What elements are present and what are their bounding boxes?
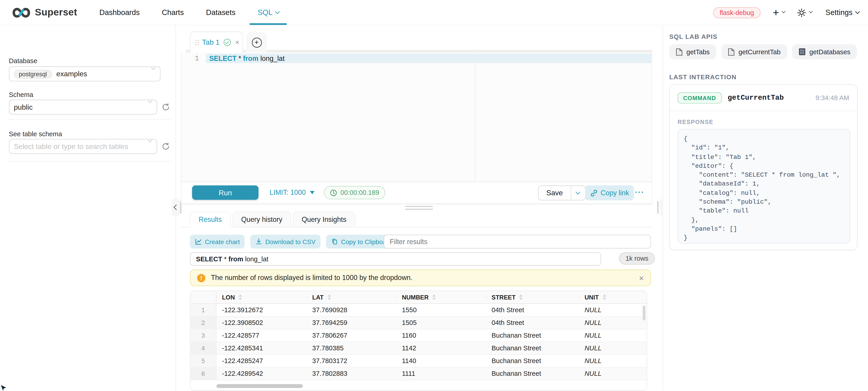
settings-menu[interactable]: Settings — [826, 0, 859, 25]
sort-icon[interactable] — [432, 294, 436, 300]
nav-item-datasets[interactable]: Datasets — [206, 0, 236, 25]
horizontal-scrollbar-thumb[interactable] — [216, 384, 303, 388]
close-alert-icon[interactable]: × — [639, 273, 644, 283]
row-count-badge: 1k rows — [619, 253, 655, 265]
column-header-unit[interactable]: UNIT — [579, 294, 647, 300]
get-current-tab-label: getCurrentTab — [739, 48, 781, 56]
schema-label: Schema — [9, 91, 33, 99]
column-header-lat[interactable]: LAT — [307, 294, 396, 300]
vertical-scrollbar-thumb[interactable] — [643, 305, 645, 321]
refresh-tables-icon[interactable] — [162, 142, 170, 151]
right-panel-drag-handle[interactable] — [657, 201, 659, 214]
row-number-header — [190, 291, 217, 303]
page-icon — [728, 48, 735, 56]
refresh-schema-icon[interactable] — [162, 103, 170, 111]
sort-icon[interactable] — [239, 294, 242, 300]
nav-item-charts[interactable]: Charts — [162, 0, 184, 25]
get-tabs-button[interactable]: getTabs — [669, 44, 716, 59]
alert-text: The number of rows displayed is limited … — [211, 274, 412, 282]
tab-query-history[interactable]: Query history — [232, 211, 291, 228]
interaction-timestamp: 9:34:48 AM — [815, 94, 849, 101]
command-name: getCurrentTab — [727, 94, 784, 102]
database-select[interactable]: postgresql examples — [9, 67, 161, 82]
table-select[interactable]: Select table or type to search tables — [9, 139, 157, 154]
sort-icon[interactable] — [603, 294, 606, 300]
table-row[interactable]: 4 -122.4285341 37.780385 1142 Buchanan S… — [190, 342, 647, 355]
settings-label: Settings — [826, 8, 852, 17]
results-tab-bar: Results Query history Query Insights — [190, 211, 357, 228]
copy-link-label: Copy link — [601, 189, 629, 197]
clock-icon — [330, 189, 337, 196]
close-tab-icon[interactable]: × — [235, 38, 239, 46]
chart-icon — [195, 238, 202, 245]
tab-title: Tab 1 — [202, 38, 220, 46]
table-row[interactable]: 2 -122.3908502 37.7694259 1505 04th Stre… — [190, 317, 647, 329]
plus-icon: + — [773, 6, 779, 19]
superset-logo-icon[interactable] — [12, 6, 30, 19]
table-row[interactable]: 1 -122.3912672 37.7690928 1550 04th Stre… — [190, 304, 647, 317]
copy-icon — [331, 238, 338, 245]
command-badge: COMMAND — [678, 92, 722, 103]
table-row[interactable]: 5 -122.4285247 37.7803172 1140 Buchanan … — [190, 355, 647, 367]
copy-link-button[interactable]: Copy link — [585, 186, 634, 200]
save-button[interactable]: Save — [539, 186, 570, 200]
database-engine-tag: postgresql — [14, 69, 52, 78]
column-header-number[interactable]: NUMBER — [396, 294, 486, 300]
timer-value: 00:00:00.189 — [340, 189, 379, 196]
interaction-card-header: COMMAND getCurrentTab 9:34:48 AM — [670, 85, 857, 111]
query-timer-badge: 00:00:00.189 — [324, 186, 385, 199]
sql-code-line: SELECT * from long_lat — [209, 55, 285, 63]
brand-name[interactable]: Superset — [35, 7, 77, 18]
tab-query-insights[interactable]: Query Insights — [293, 211, 355, 228]
nav-item-dashboards[interactable]: Dashboards — [99, 0, 140, 25]
sort-icon[interactable] — [328, 294, 331, 300]
sql-code-editor[interactable]: 1 SELECT * from long_lat — [181, 53, 652, 182]
save-split-button: Save — [538, 186, 586, 200]
results-actions: Create chart Download to CSV Copy to Cli… — [190, 235, 397, 249]
save-dropdown-button[interactable] — [570, 186, 585, 200]
get-databases-button[interactable]: getDatabases — [792, 44, 857, 59]
table-schema-label: See table schema — [9, 130, 62, 138]
check-circle-icon — [223, 39, 231, 46]
new-item-button[interactable]: + — [773, 6, 785, 19]
get-current-tab-button[interactable]: getCurrentTab — [721, 44, 787, 59]
panel-splitter-handle[interactable] — [405, 206, 433, 210]
add-tab-button[interactable]: + — [252, 37, 261, 47]
sql-lab-apis-title: SQL LAB APIS — [669, 33, 717, 40]
nav-item-sql-label: SQL — [257, 8, 273, 17]
caret-down-icon — [310, 191, 315, 194]
schema-value: public — [14, 103, 33, 111]
table-header-row: LON LAT NUMBER STREET UNIT — [190, 291, 647, 304]
create-chart-button[interactable]: Create chart — [190, 235, 245, 249]
chevron-left-icon — [174, 204, 179, 210]
drag-handle-icon[interactable] — [195, 39, 196, 41]
limit-label: LIMIT: — [270, 189, 288, 196]
limit-dropdown[interactable]: LIMIT: 1000 — [270, 189, 314, 196]
print-margin-line — [475, 53, 475, 182]
top-nav: Superset Dashboards Charts Datasets SQL … — [0, 0, 868, 26]
chevron-down-icon — [275, 9, 280, 14]
chevron-down-icon — [782, 9, 785, 13]
run-query-button[interactable]: Run — [192, 186, 259, 200]
response-code-block: { "id": "1", "title": "Tab 1", "editor":… — [678, 129, 850, 243]
more-options-button[interactable]: ··· — [635, 188, 644, 196]
sort-icon[interactable] — [519, 294, 523, 300]
column-header-lon[interactable]: LON — [216, 294, 307, 300]
chevron-down-icon — [809, 9, 813, 13]
chevron-down-icon — [576, 189, 581, 194]
database-value: examples — [56, 70, 87, 78]
add-tab-card: + — [246, 32, 267, 53]
response-json: { "id": "1", "title": "Tab 1", "editor":… — [684, 134, 844, 243]
table-row[interactable]: 3 -122.428577 37.7806267 1160 Buchanan S… — [190, 329, 647, 342]
theme-toggle-button[interactable] — [797, 8, 812, 17]
tab-query-1[interactable]: Tab 1 × — [190, 32, 243, 53]
nav-item-sql[interactable]: SQL — [257, 0, 279, 25]
filter-results-input[interactable] — [383, 235, 651, 249]
table-row[interactable]: 6 -122.4289542 37.7802883 1111 Buchanan … — [190, 368, 647, 380]
get-tabs-label: getTabs — [686, 48, 710, 56]
collapse-sidebar-button[interactable] — [172, 199, 179, 216]
column-header-street[interactable]: STREET — [486, 294, 579, 300]
schema-select[interactable]: public — [9, 100, 157, 115]
download-csv-button[interactable]: Download to CSV — [250, 235, 320, 249]
tab-results[interactable]: Results — [190, 211, 231, 228]
